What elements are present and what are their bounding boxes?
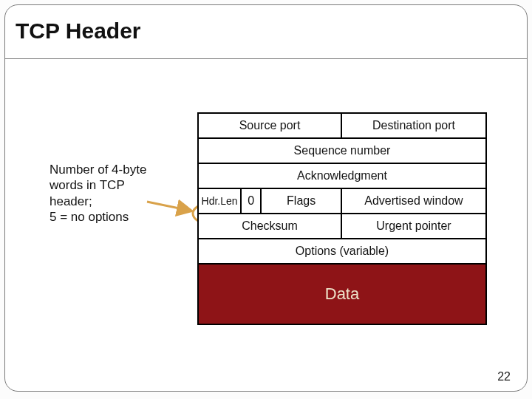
cell-urgent: Urgent pointer	[342, 214, 485, 238]
cell-source-port: Source port	[199, 114, 342, 137]
cell-reserved-zero: 0	[242, 189, 262, 213]
title-divider	[5, 58, 527, 59]
row-checksum: Checksum Urgent pointer	[199, 214, 485, 239]
row-data: Data	[199, 265, 485, 324]
row-ack: Acknowledgment	[199, 164, 485, 189]
row-ports: Source port Destination port	[199, 114, 485, 139]
cell-hdrlen: Hdr.Len	[199, 189, 242, 213]
cell-ack: Acknowledgment	[199, 164, 485, 188]
cell-data: Data	[199, 265, 485, 324]
tcp-header-diagram: Source port Destination port Sequence nu…	[197, 112, 487, 325]
page-number: 22	[497, 370, 511, 383]
svg-line-0	[147, 202, 190, 211]
cell-checksum: Checksum	[199, 214, 342, 238]
row-sequence: Sequence number	[199, 139, 485, 164]
hdrlen-annotation: Number of 4-byte words in TCP header;5 =…	[50, 162, 149, 225]
cell-flags: Flags	[262, 189, 342, 213]
cell-adv-window: Advertised window	[342, 189, 485, 213]
slide-frame: TCP Header Number of 4-byte words in TCP…	[4, 4, 528, 392]
cell-options: Options (variable)	[199, 239, 485, 263]
row-flags: Hdr.Len 0 Flags Advertised window	[199, 189, 485, 214]
slide-title: TCP Header	[16, 18, 141, 44]
cell-sequence: Sequence number	[199, 139, 485, 163]
row-options: Options (variable)	[199, 239, 485, 265]
cell-dest-port: Destination port	[342, 114, 485, 137]
